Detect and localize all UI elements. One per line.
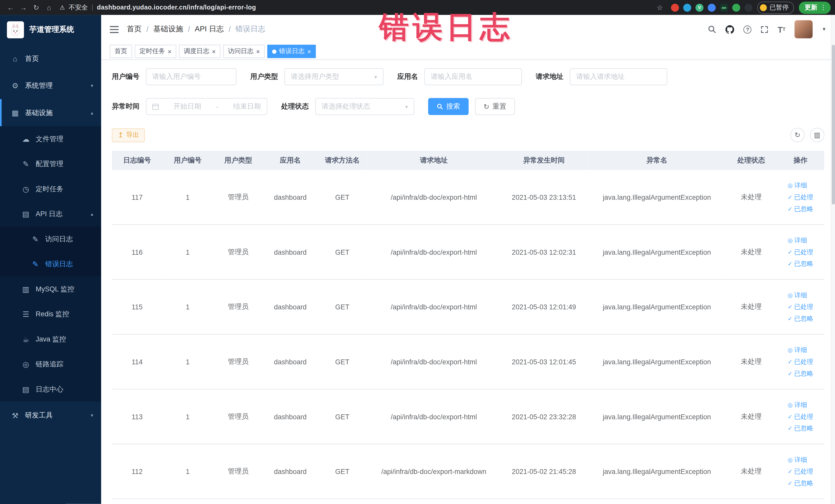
extension-red-icon[interactable] — [671, 3, 679, 11]
sidebar-item-api-logs[interactable]: ▤API 日志▴ — [0, 201, 101, 226]
table-row: 1151管理员dashboardGET/api/infra/db-doc/exp… — [112, 279, 824, 334]
request-url-label: 请求地址 — [536, 72, 564, 81]
detail-link[interactable]: ◎详细 — [788, 344, 813, 356]
search-icon[interactable] — [708, 25, 716, 34]
tab-close-icon[interactable]: × — [256, 48, 260, 55]
processed-link[interactable]: ✓已处理 — [788, 465, 813, 477]
sidebar-item-error-log[interactable]: ✎错误日志 — [0, 251, 101, 277]
fullscreen-icon[interactable] — [760, 25, 769, 33]
table-cell: 管理员 — [213, 224, 264, 279]
extension-sprout-icon[interactable] — [732, 3, 740, 11]
tools-icon: ⚒ — [11, 411, 20, 420]
ignored-link[interactable]: ✓已忽略 — [788, 203, 813, 215]
tab-scheduled-jobs[interactable]: 定时任务× — [135, 45, 176, 58]
sidebar-item-java-monitor[interactable]: ☕Java 监控 — [0, 327, 101, 352]
actions-cell: ◎详细✓已处理✓已忽略 — [776, 444, 824, 499]
ignored-link[interactable]: ✓已忽略 — [788, 422, 813, 434]
tab-schedule-log[interactable]: 调度日志× — [179, 45, 221, 58]
tab-close-icon[interactable]: × — [307, 48, 311, 55]
browser-home-icon[interactable]: ⌂ — [43, 3, 56, 11]
detail-link[interactable]: ◎详细 — [788, 180, 813, 191]
font-size-icon[interactable]: TT — [778, 25, 786, 33]
tab-close-icon[interactable]: × — [212, 48, 216, 55]
reset-button[interactable]: ↻ 重置 — [475, 98, 515, 115]
page-scrollbar[interactable] — [831, 15, 835, 504]
detail-link[interactable]: ◎详细 — [788, 454, 813, 466]
update-button[interactable]: 更新 ⋮ — [799, 1, 831, 14]
ignored-link[interactable]: ✓已忽略 — [788, 258, 813, 269]
table-cell: GET — [317, 334, 368, 389]
github-icon[interactable] — [726, 25, 734, 34]
sidebar-item-access-log[interactable]: ✎访问日志 — [0, 226, 101, 251]
logo[interactable]: 芋道管理系统 — [0, 15, 101, 45]
hamburger-icon[interactable] — [109, 25, 119, 33]
sidebar-item-scheduled-jobs[interactable]: ◷定时任务 — [0, 176, 101, 202]
reload-icon[interactable]: ↻ — [30, 3, 43, 11]
processed-link[interactable]: ✓已处理 — [788, 246, 813, 258]
sidebar-item-label: 日志中心 — [36, 384, 63, 394]
sidebar-item-file-management[interactable]: ☁文件管理 — [0, 126, 101, 152]
detail-link[interactable]: ◎详细 — [788, 235, 813, 246]
tab-access-log[interactable]: 访问日志× — [223, 45, 265, 58]
breadcrumb-item[interactable]: 基础设施 — [153, 24, 183, 34]
extension-vue-devtools-icon[interactable]: V — [695, 3, 703, 11]
breadcrumb-item[interactable]: 首页 — [127, 24, 142, 34]
tab-label: 定时任务 — [140, 47, 165, 56]
sidebar-item-config-management[interactable]: ✎配置管理 — [0, 151, 101, 176]
sidebar-item-system-management[interactable]: ⚙系统管理▾ — [0, 72, 101, 99]
request-url-input[interactable]: 请输入请求地址 — [570, 68, 667, 85]
date-range-picker[interactable]: 开始日期 - 结束日期 — [146, 98, 267, 115]
processed-link[interactable]: ✓已处理 — [788, 356, 813, 368]
sidebar-item-home[interactable]: ⌂首页 — [0, 45, 101, 72]
process-status-select[interactable]: 请选择处理状态 ▾ — [315, 98, 414, 115]
ignored-link[interactable]: ✓已忽略 — [788, 477, 813, 489]
avatar-caret-icon[interactable]: ▼ — [822, 27, 827, 32]
tab-error-log[interactable]: 错误日志× — [267, 45, 316, 58]
detail-link[interactable]: ◎详细 — [788, 289, 813, 301]
help-icon[interactable]: ? — [744, 25, 752, 33]
breadcrumb-item: 错误日志 — [236, 24, 265, 34]
extension-blue-drop-icon[interactable] — [683, 3, 691, 11]
avatar[interactable] — [794, 20, 813, 39]
ignored-link[interactable]: ✓已忽略 — [788, 367, 813, 379]
sidebar-item-redis-monitor[interactable]: ☰Redis 监控 — [0, 301, 101, 327]
app-name-input[interactable]: 请输入应用名 — [424, 68, 522, 85]
url-bar[interactable]: ⚠ 不安全 | dashboard.yudao.iocoder.cn/infra… — [60, 3, 256, 12]
check-icon: ✓ — [788, 425, 792, 431]
chevron-up-icon: ▴ — [91, 110, 93, 115]
refresh-table-icon[interactable]: ↻ — [790, 128, 805, 142]
sidebar-item-dev-tools[interactable]: ⚒研发工具▾ — [0, 402, 101, 429]
column-settings-icon[interactable]: ▥ — [810, 128, 824, 142]
ignored-link[interactable]: ✓已忽略 — [788, 313, 813, 324]
extension-grid-icon[interactable] — [708, 3, 716, 11]
sidebar-item-mysql-monitor[interactable]: ▥MySQL 监控 — [0, 277, 101, 302]
extension-dark-icon[interactable] — [745, 3, 752, 11]
table-cell: GET — [317, 389, 368, 444]
bookmark-star-icon[interactable]: ☆ — [653, 3, 666, 11]
chevron-down-icon: ▾ — [91, 83, 93, 88]
back-icon[interactable]: ← — [4, 3, 17, 11]
sidebar-item-infrastructure[interactable]: ▦基础设施▴ — [0, 99, 101, 126]
processed-link[interactable]: ✓已处理 — [788, 191, 813, 203]
table-cell: 117 — [112, 170, 162, 225]
paused-badge[interactable]: 已暂停 — [757, 1, 794, 14]
extension-on-switch-icon[interactable]: on — [720, 3, 728, 11]
scrollbar-thumb[interactable] — [832, 45, 835, 204]
access-log-icon: ✎ — [31, 235, 40, 243]
sidebar-item-trace[interactable]: ◎链路追踪 — [0, 351, 101, 377]
breadcrumb-item[interactable]: API 日志 — [195, 24, 224, 34]
detail-link[interactable]: ◎详细 — [788, 399, 813, 411]
export-button[interactable]: ↥ 导出 — [112, 128, 145, 142]
sidebar-item-log-center[interactable]: ▤日志中心 — [0, 377, 101, 402]
table-cell: 2021-05-03 12:02:31 — [500, 224, 588, 279]
tab-close-icon[interactable]: × — [168, 48, 171, 55]
user-id-input[interactable]: 请输入用户编号 — [146, 68, 237, 85]
forward-icon[interactable]: → — [17, 3, 30, 11]
user-type-select[interactable]: 请选择用户类型 ▾ — [284, 68, 384, 85]
tab-home[interactable]: 首页 — [109, 45, 132, 58]
processed-link[interactable]: ✓已处理 — [788, 411, 813, 423]
search-button[interactable]: 搜索 — [428, 98, 469, 115]
processed-link[interactable]: ✓已处理 — [788, 301, 813, 313]
check-icon: ✓ — [788, 468, 792, 475]
check-icon: ✓ — [788, 206, 792, 212]
